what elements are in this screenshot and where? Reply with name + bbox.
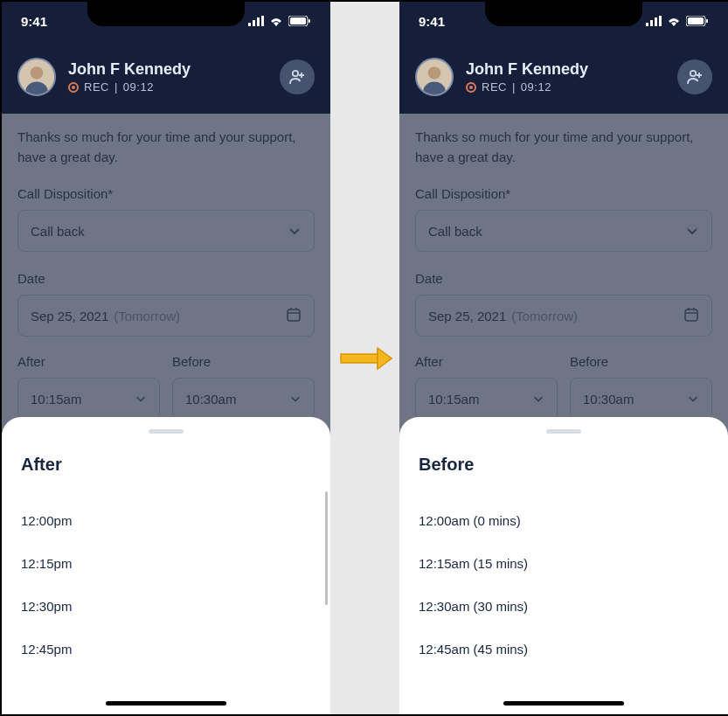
disposition-value: Call back xyxy=(31,224,85,239)
date-select[interactable]: Sep 25, 2021 (Tomorrow) xyxy=(17,295,315,337)
chevron-down-icon xyxy=(135,393,147,405)
user-plus-icon xyxy=(686,68,704,86)
after-select[interactable]: 10:15am xyxy=(17,378,160,420)
svg-rect-24 xyxy=(685,309,697,321)
calendar-icon xyxy=(286,307,302,325)
call-header: John F Kennedy REC | 09:12 xyxy=(2,40,330,114)
time-option[interactable]: 12:45am (45 mins) xyxy=(419,628,709,671)
battery-icon xyxy=(288,16,311,26)
svg-rect-15 xyxy=(655,17,657,26)
transcript-text: Thanks so much for your time and your su… xyxy=(17,124,315,186)
contact-name: John F Kennedy xyxy=(68,60,280,79)
disposition-select[interactable]: Call back xyxy=(415,210,712,252)
avatar[interactable] xyxy=(17,58,56,96)
chevron-down-icon xyxy=(687,393,699,405)
status-icons xyxy=(646,16,709,26)
rec-label: REC xyxy=(84,80,109,94)
before-label: Before xyxy=(172,354,315,369)
rec-icon xyxy=(466,82,476,93)
rec-label: REC xyxy=(482,80,507,94)
time-option[interactable]: 12:30am (30 mins) xyxy=(419,585,709,628)
after-value: 10:15am xyxy=(31,392,81,407)
notch xyxy=(485,2,642,26)
date-select[interactable]: Sep 25, 2021 (Tomorrow) xyxy=(415,295,712,337)
svg-point-21 xyxy=(428,66,441,80)
chevron-down-icon xyxy=(288,224,302,238)
svg-rect-11 xyxy=(288,309,300,321)
after-label: After xyxy=(415,354,558,369)
rec-time: 09:12 xyxy=(521,80,551,94)
wifi-icon xyxy=(667,16,681,26)
rec-icon xyxy=(68,82,79,93)
sheet-title: Before xyxy=(419,455,709,475)
svg-point-10 xyxy=(293,71,298,76)
svg-rect-12 xyxy=(341,354,378,363)
home-indicator[interactable] xyxy=(106,701,226,706)
after-label: After xyxy=(17,354,160,369)
sheet-title: After xyxy=(21,455,311,475)
time-picker-sheet[interactable]: Before 12:00am (0 mins) 12:15am (15 mins… xyxy=(399,417,728,714)
svg-rect-1 xyxy=(253,20,255,26)
svg-rect-13 xyxy=(646,23,648,26)
user-plus-icon xyxy=(288,68,306,86)
svg-point-23 xyxy=(690,71,696,76)
time-option[interactable]: 12:00am (0 mins) xyxy=(419,499,709,542)
svg-rect-0 xyxy=(248,23,251,26)
contact-name: John F Kennedy xyxy=(466,60,677,79)
date-label: Date xyxy=(17,271,315,286)
rec-sep: | xyxy=(114,80,118,94)
after-select[interactable]: 10:15am xyxy=(415,378,558,420)
disposition-select[interactable]: Call back xyxy=(17,210,315,252)
sheet-handle[interactable] xyxy=(149,429,184,434)
rec-time: 09:12 xyxy=(123,80,154,94)
signal-icon xyxy=(646,16,662,26)
svg-rect-19 xyxy=(706,19,708,23)
disposition-label: Call Disposition* xyxy=(415,186,712,201)
svg-rect-5 xyxy=(290,17,306,24)
phone-screen-right: 9:41 John F Kennedy REC | 09:12 xyxy=(399,2,728,714)
wifi-icon xyxy=(269,16,283,26)
phone-screen-left: 9:41 John F Kennedy REC | 09:12 xyxy=(2,2,330,714)
time-option[interactable]: 12:15am (15 mins) xyxy=(419,542,709,585)
svg-rect-3 xyxy=(261,16,264,26)
scroll-indicator xyxy=(325,491,328,605)
date-label: Date xyxy=(415,271,712,286)
avatar[interactable] xyxy=(415,58,454,96)
svg-rect-6 xyxy=(309,19,310,23)
before-select[interactable]: 10:30am xyxy=(172,378,315,420)
time-option[interactable]: 12:45pm xyxy=(21,628,311,671)
time-option[interactable]: 12:30pm xyxy=(21,585,311,628)
battery-icon xyxy=(686,16,709,26)
sheet-handle[interactable] xyxy=(546,429,581,434)
time-picker-sheet[interactable]: After 12:00pm 12:15pm 12:30pm 12:45pm xyxy=(2,417,330,714)
disposition-label: Call Disposition* xyxy=(17,186,315,201)
status-time: 9:41 xyxy=(419,14,445,29)
svg-point-8 xyxy=(31,66,44,80)
add-user-button[interactable] xyxy=(677,59,712,94)
svg-rect-14 xyxy=(650,20,653,26)
recording-status: REC | 09:12 xyxy=(68,80,280,94)
before-value: 10:30am xyxy=(185,392,236,407)
signal-icon xyxy=(248,16,264,26)
svg-rect-16 xyxy=(659,16,662,26)
disposition-value: Call back xyxy=(428,224,482,239)
status-icons xyxy=(248,16,311,26)
home-indicator[interactable] xyxy=(503,701,624,706)
chevron-down-icon xyxy=(685,224,699,238)
transition-arrow-icon xyxy=(339,343,393,378)
chevron-down-icon xyxy=(289,393,302,405)
before-select[interactable]: 10:30am xyxy=(570,378,712,420)
rec-sep: | xyxy=(512,80,516,94)
time-option[interactable]: 12:00pm xyxy=(21,499,311,542)
add-user-button[interactable] xyxy=(280,59,315,94)
time-option[interactable]: 12:15pm xyxy=(21,542,311,585)
svg-rect-2 xyxy=(257,17,260,26)
recording-status: REC | 09:12 xyxy=(466,80,677,94)
before-label: Before xyxy=(570,354,712,369)
after-value: 10:15am xyxy=(428,392,479,407)
date-value: Sep 25, 2021 xyxy=(31,309,108,323)
date-sub: (Tomorrow) xyxy=(511,309,578,323)
chevron-down-icon xyxy=(532,393,544,405)
notch xyxy=(87,2,245,26)
status-time: 9:41 xyxy=(21,14,47,29)
